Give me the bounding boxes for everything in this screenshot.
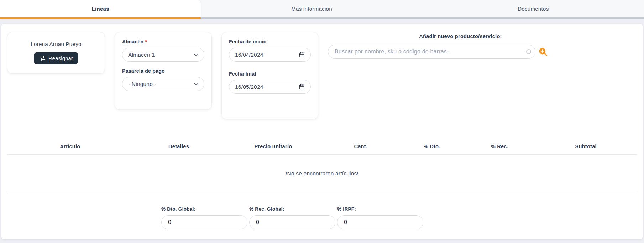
column-header-subtotal: Subtotal [535,140,637,155]
required-asterisk: * [145,39,147,45]
end-date-label: Fecha final [229,71,311,77]
warehouse-field: Almacén * Almacén 1 [122,39,204,62]
empty-table-message: !No se encontraron artículos! [7,155,637,193]
global-discount-label: % Dto. Global: [161,206,247,212]
lines-table: Artículo Detalles Precio unitario Cant. … [7,140,637,155]
column-header-precio-unitario: Precio unitario [224,140,322,155]
lines-panel: Lorena Arnau Pueyo Reasignar [1,24,643,239]
column-header-rec: % Rec. [464,140,535,155]
global-surcharge-field: % Rec. Global: [249,206,335,229]
spinner-circle-icon [526,49,531,54]
lines-table-wrap: Artículo Detalles Precio unitario Cant. … [1,140,643,193]
tab-lineas[interactable]: Líneas [0,0,201,19]
reassign-button[interactable]: Reasignar [34,52,78,64]
column-header-dto: % Dto. [399,140,464,155]
tab-bar: Líneas Más información Documentos [0,0,644,19]
column-header-cant: Cant. [322,140,399,155]
app-screen: Líneas Más información Documentos Lorena… [0,0,644,243]
tab-documentos[interactable]: Documentos [423,0,644,19]
global-surcharge-input[interactable] [249,215,335,229]
dates-card: Fecha de inicio 16/04/2024 Fech [221,32,318,119]
global-surcharge-label: % Rec. Global: [249,206,335,212]
top-form-row: Lorena Arnau Pueyo Reasignar [1,24,643,119]
tab-label: Documentos [518,6,549,12]
product-search-input-wrap [328,45,535,59]
warehouse-select-value: Almacén 1 [128,52,155,58]
start-date-label: Fecha de inicio [229,39,311,45]
calendar-icon[interactable] [299,52,305,58]
end-date-input[interactable]: 16/05/2024 [229,80,311,94]
table-header-row: Artículo Detalles Precio unitario Cant. … [7,140,637,155]
irpf-label: % IRPF: [337,206,423,212]
start-date-field: Fecha de inicio 16/04/2024 [229,39,311,62]
chevron-down-icon [193,82,198,87]
product-search-row [328,45,550,59]
reassign-button-label: Reasignar [48,56,73,61]
product-search-label: Añadir nuevo producto/servicio: [328,33,550,39]
start-date-value: 16/04/2024 [235,52,263,58]
zoom-plus-icon[interactable] [538,47,548,57]
end-date-value: 16/05/2024 [235,84,263,90]
assignee-card: Lorena Arnau Pueyo Reasignar [7,32,105,74]
irpf-input[interactable] [337,215,423,229]
chevron-down-icon [193,52,198,57]
column-header-detalles: Detalles [133,140,225,155]
global-discount-field: % Dto. Global: [161,206,247,229]
payment-gateway-field: Pasarela de pago - Ninguno - [122,68,204,91]
table-bottom-divider [7,193,637,193]
tab-mas-informacion[interactable]: Más información [201,0,422,19]
assignee-name: Lorena Arnau Pueyo [15,41,98,47]
payment-gateway-select-value: - Ninguno - [128,81,156,87]
warehouse-label: Almacén * [122,39,204,45]
start-date-input[interactable]: 16/04/2024 [229,48,311,62]
column-header-articulo: Artículo [7,140,133,155]
global-discount-input[interactable] [161,215,247,229]
warehouse-label-text: Almacén [122,39,143,45]
product-search-input[interactable] [328,45,535,59]
product-search-section: Añadir nuevo producto/servicio: [328,32,550,59]
irpf-field: % IRPF: [337,206,423,229]
warehouse-card: Almacén * Almacén 1 Pasarela de pago [115,32,212,110]
tab-label: Más información [291,6,332,12]
swap-arrows-icon [39,55,46,61]
payment-gateway-label: Pasarela de pago [122,68,204,74]
warehouse-select[interactable]: Almacén 1 [122,48,204,62]
tab-label: Líneas [92,6,109,12]
global-totals-row: % Dto. Global: % Rec. Global: % IRPF: [161,206,643,229]
end-date-field: Fecha final 16/05/2024 [229,71,311,94]
calendar-icon[interactable] [299,84,305,90]
payment-gateway-select[interactable]: - Ninguno - [122,77,204,91]
